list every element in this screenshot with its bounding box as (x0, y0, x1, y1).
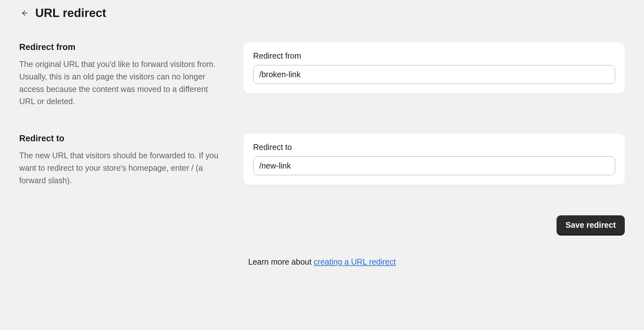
redirect-to-card: Redirect to (244, 134, 625, 185)
page-header: URL redirect (19, 6, 625, 20)
redirect-from-input[interactable] (253, 65, 615, 84)
redirect-from-section: Redirect from The original URL that you'… (19, 42, 625, 120)
redirect-from-card-wrap: Redirect from (244, 42, 625, 108)
actions-row: Save redirect (19, 215, 625, 235)
redirect-to-info: Redirect to The new URL that visitors sh… (19, 134, 224, 186)
footer-note: Learn more about creating a URL redirect (19, 257, 625, 267)
redirect-from-heading: Redirect from (19, 42, 224, 52)
page-container: URL redirect Redirect from The original … (0, 0, 644, 279)
footer-link[interactable]: creating a URL redirect (314, 257, 396, 266)
footer-prefix: Learn more about (248, 257, 314, 266)
redirect-from-info: Redirect from The original URL that you'… (19, 42, 224, 108)
back-arrow-icon[interactable] (19, 8, 29, 18)
redirect-to-card-wrap: Redirect to (244, 134, 625, 186)
save-redirect-button[interactable]: Save redirect (557, 215, 625, 235)
redirect-to-heading: Redirect to (19, 134, 224, 144)
redirect-to-description: The new URL that visitors should be forw… (19, 149, 224, 186)
redirect-from-card: Redirect from (244, 42, 625, 94)
redirect-from-description: The original URL that you'd like to forw… (19, 58, 224, 108)
redirect-to-input[interactable] (253, 156, 615, 175)
redirect-from-input-label: Redirect from (253, 51, 615, 61)
redirect-to-input-label: Redirect to (253, 143, 615, 152)
page-title: URL redirect (35, 6, 106, 20)
redirect-to-section: Redirect to The new URL that visitors sh… (19, 120, 625, 199)
